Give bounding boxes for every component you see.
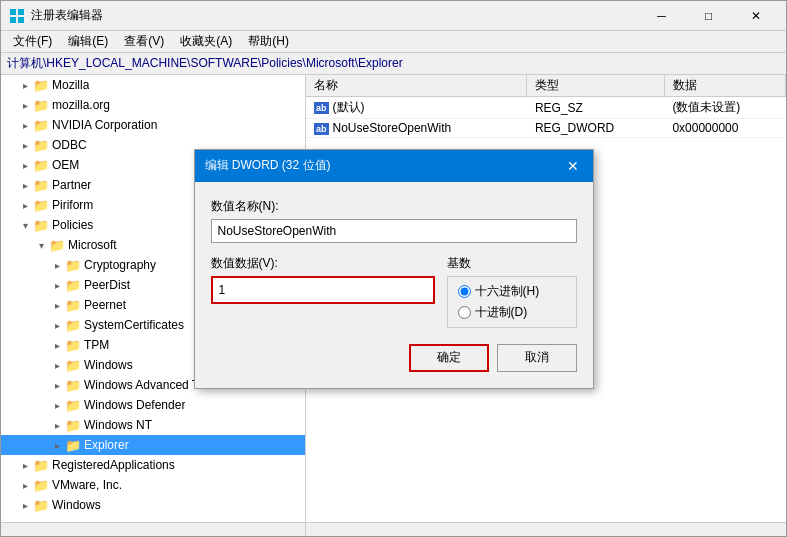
dialog-title-text: 编辑 DWORD (32 位值): [205, 157, 331, 174]
dialog-overlay: 编辑 DWORD (32 位值) ✕ 数值名称(N): 数值数据(V): 基数 …: [0, 0, 787, 537]
value-data-input[interactable]: [211, 276, 435, 304]
base-radio-group: 十六进制(H) 十进制(D): [447, 276, 577, 328]
dialog-title-bar: 编辑 DWORD (32 位值) ✕: [195, 150, 593, 182]
dialog-buttons: 确定 取消: [211, 344, 577, 372]
value-data-section: 数值数据(V):: [211, 255, 435, 304]
base-section: 基数 十六进制(H) 十进制(D): [447, 255, 577, 328]
value-name-input[interactable]: [211, 219, 577, 243]
base-label: 基数: [447, 255, 577, 272]
hex-radio[interactable]: [458, 285, 471, 298]
value-data-label: 数值数据(V):: [211, 255, 435, 272]
dec-radio-text: 十进制(D): [475, 304, 528, 321]
hex-radio-text: 十六进制(H): [475, 283, 540, 300]
dialog-data-row: 数值数据(V): 基数 十六进制(H) 十进制(D): [211, 255, 577, 328]
dec-radio-label[interactable]: 十进制(D): [458, 304, 566, 321]
dec-radio[interactable]: [458, 306, 471, 319]
hex-radio-label[interactable]: 十六进制(H): [458, 283, 566, 300]
cancel-button[interactable]: 取消: [497, 344, 577, 372]
dialog-close-button[interactable]: ✕: [563, 156, 583, 176]
ok-button[interactable]: 确定: [409, 344, 489, 372]
value-name-label: 数值名称(N):: [211, 198, 577, 215]
dialog-body: 数值名称(N): 数值数据(V): 基数 十六进制(H): [195, 182, 593, 388]
edit-dword-dialog: 编辑 DWORD (32 位值) ✕ 数值名称(N): 数值数据(V): 基数 …: [194, 149, 594, 389]
